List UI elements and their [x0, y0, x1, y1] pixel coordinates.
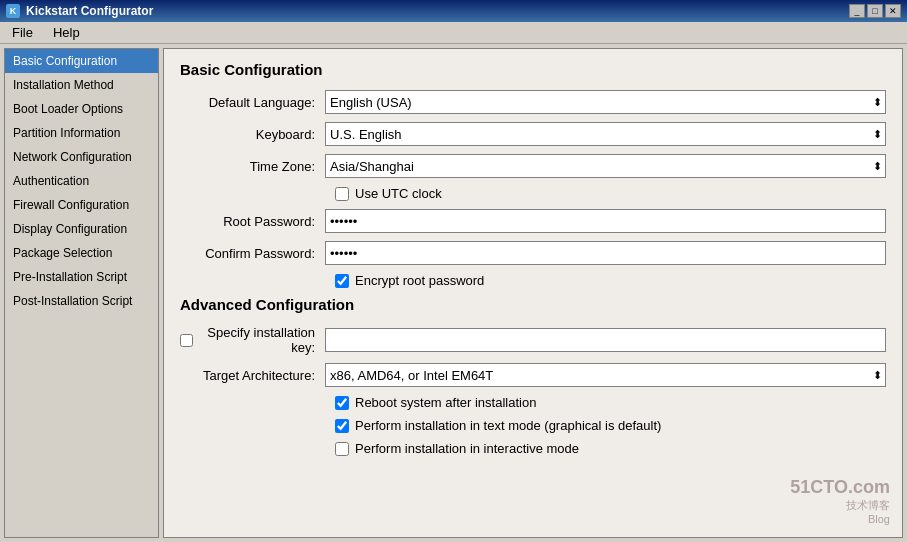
sidebar-item-pre-installation-script[interactable]: Pre-Installation Script: [5, 265, 158, 289]
sidebar-item-installation-method[interactable]: Installation Method: [5, 73, 158, 97]
confirm-password-label: Confirm Password:: [180, 246, 325, 261]
menu-file[interactable]: File: [4, 23, 41, 42]
window-controls: _ □ ✕: [849, 4, 901, 18]
install-key-row: Specify installation key:: [180, 325, 886, 355]
timezone-select[interactable]: Asia/Shanghai: [325, 154, 886, 178]
window-title: Kickstart Configurator: [26, 4, 153, 18]
encrypt-password-label: Encrypt root password: [355, 273, 484, 288]
sidebar-item-package-selection[interactable]: Package Selection: [5, 241, 158, 265]
keyboard-row: Keyboard: U.S. English: [180, 122, 886, 146]
default-language-control: English (USA): [325, 90, 886, 114]
utc-clock-label: Use UTC clock: [355, 186, 442, 201]
sidebar-item-display-configuration[interactable]: Display Configuration: [5, 217, 158, 241]
menu-bar: File Help: [0, 22, 907, 44]
default-language-select-wrapper: English (USA): [325, 90, 886, 114]
root-password-input[interactable]: [325, 209, 886, 233]
target-arch-select[interactable]: x86, AMD64, or Intel EM64T: [325, 363, 886, 387]
sidebar: Basic Configuration Installation Method …: [4, 48, 159, 538]
reboot-checkbox[interactable]: [335, 396, 349, 410]
text-mode-label: Perform installation in text mode (graph…: [355, 418, 661, 433]
install-key-checkbox[interactable]: [180, 334, 193, 347]
utc-clock-row: Use UTC clock: [335, 186, 886, 201]
keyboard-select-wrapper: U.S. English: [325, 122, 886, 146]
interactive-mode-checkbox[interactable]: [335, 442, 349, 456]
default-language-select[interactable]: English (USA): [325, 90, 886, 114]
close-button[interactable]: ✕: [885, 4, 901, 18]
install-key-label: Specify installation key:: [199, 325, 315, 355]
title-bar: K Kickstart Configurator _ □ ✕: [0, 0, 907, 22]
sidebar-item-basic-configuration[interactable]: Basic Configuration: [5, 49, 158, 73]
sidebar-item-boot-loader-options[interactable]: Boot Loader Options: [5, 97, 158, 121]
sidebar-item-network-configuration[interactable]: Network Configuration: [5, 145, 158, 169]
text-mode-checkbox[interactable]: [335, 419, 349, 433]
default-language-label: Default Language:: [180, 95, 325, 110]
interactive-mode-label: Perform installation in interactive mode: [355, 441, 579, 456]
sidebar-item-post-installation-script[interactable]: Post-Installation Script: [5, 289, 158, 313]
content-area: Basic Configuration Default Language: En…: [163, 48, 903, 538]
install-key-control: [325, 328, 886, 352]
reboot-label: Reboot system after installation: [355, 395, 536, 410]
maximize-button[interactable]: □: [867, 4, 883, 18]
encrypt-password-checkbox[interactable]: [335, 274, 349, 288]
sidebar-item-authentication[interactable]: Authentication: [5, 169, 158, 193]
menu-help[interactable]: Help: [45, 23, 88, 42]
watermark-sub2: Blog: [790, 513, 890, 525]
basic-config-title: Basic Configuration: [180, 61, 886, 78]
minimize-button[interactable]: _: [849, 4, 865, 18]
target-arch-label: Target Architecture:: [180, 368, 325, 383]
keyboard-label: Keyboard:: [180, 127, 325, 142]
install-key-label-wrap: Specify installation key:: [180, 325, 325, 355]
utc-clock-checkbox[interactable]: [335, 187, 349, 201]
timezone-select-wrapper: Asia/Shanghai: [325, 154, 886, 178]
app-icon: K: [6, 4, 20, 18]
root-password-label: Root Password:: [180, 214, 325, 229]
install-key-input[interactable]: [325, 328, 886, 352]
title-bar-title: K Kickstart Configurator: [6, 4, 153, 18]
text-mode-row: Perform installation in text mode (graph…: [335, 418, 886, 433]
advanced-config-section: Advanced Configuration Specify installat…: [180, 296, 886, 456]
main-container: Basic Configuration Installation Method …: [0, 44, 907, 542]
sidebar-item-firewall-configuration[interactable]: Firewall Configuration: [5, 193, 158, 217]
timezone-row: Time Zone: Asia/Shanghai: [180, 154, 886, 178]
confirm-password-input[interactable]: [325, 241, 886, 265]
confirm-password-control: [325, 241, 886, 265]
watermark-main: 51CTO.com: [790, 477, 890, 498]
timezone-label: Time Zone:: [180, 159, 325, 174]
encrypt-password-row: Encrypt root password: [335, 273, 886, 288]
default-language-row: Default Language: English (USA): [180, 90, 886, 114]
sidebar-item-partition-information[interactable]: Partition Information: [5, 121, 158, 145]
watermark-sub1: 技术博客: [790, 498, 890, 513]
keyboard-select[interactable]: U.S. English: [325, 122, 886, 146]
target-arch-row: Target Architecture: x86, AMD64, or Inte…: [180, 363, 886, 387]
reboot-row: Reboot system after installation: [335, 395, 886, 410]
root-password-control: [325, 209, 886, 233]
target-arch-control: x86, AMD64, or Intel EM64T: [325, 363, 886, 387]
keyboard-control: U.S. English: [325, 122, 886, 146]
target-arch-select-wrapper: x86, AMD64, or Intel EM64T: [325, 363, 886, 387]
advanced-config-title: Advanced Configuration: [180, 296, 886, 313]
timezone-control: Asia/Shanghai: [325, 154, 886, 178]
confirm-password-row: Confirm Password:: [180, 241, 886, 265]
root-password-row: Root Password:: [180, 209, 886, 233]
watermark: 51CTO.com 技术博客 Blog: [790, 477, 890, 525]
interactive-mode-row: Perform installation in interactive mode: [335, 441, 886, 456]
